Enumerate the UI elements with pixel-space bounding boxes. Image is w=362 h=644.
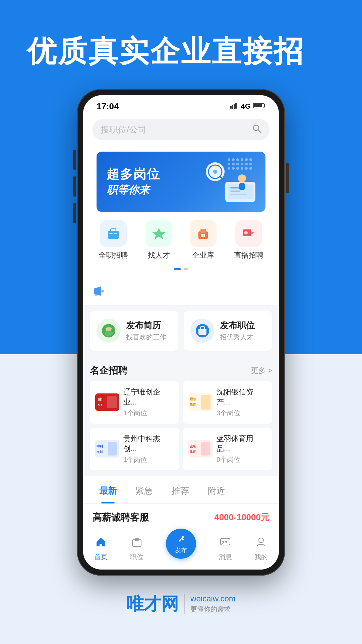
job-preview-card[interactable]: 高薪诚聘客服 4000-10000元: [83, 504, 279, 531]
svg-point-15: [238, 174, 246, 182]
job-title-row: 高薪诚聘客服 4000-10000元: [93, 511, 269, 524]
company-jobs-1: 3个岗位: [217, 409, 267, 418]
company-icon: [190, 220, 217, 247]
publish-fab[interactable]: 发布: [166, 529, 196, 559]
svg-rect-6: [254, 104, 262, 107]
svg-rect-64: [222, 541, 224, 543]
svg-point-62: [182, 536, 184, 538]
company-info-1: 沈阳银信资产... 3个岗位: [217, 387, 267, 418]
svg-point-66: [259, 538, 263, 543]
footer: 唯才网 weicaiw.com 更懂你的需求: [0, 576, 362, 636]
company-logo-2: 中科杰创: [95, 440, 119, 458]
svg-text:联营: 联营: [189, 403, 196, 406]
nav-jobs-label: 职位: [130, 552, 143, 561]
company-name-1: 沈阳银信资产...: [217, 387, 267, 407]
messages-icon: [220, 536, 231, 550]
banner-subtitle: 职等你来: [107, 183, 160, 198]
svg-point-37: [106, 328, 108, 330]
phone-mockup: 17:04 4G 搜职位/公司: [0, 89, 362, 576]
job-subtitle: 招优秀人才: [220, 333, 255, 342]
publish-icon: [176, 534, 186, 546]
svg-rect-26: [201, 234, 203, 237]
job-salary: 4000-10000元: [214, 512, 269, 523]
job-name: 高薪诚聘客服: [93, 511, 149, 524]
publish-resume-card[interactable]: 发布简历 找喜欢的工作: [90, 311, 178, 351]
hero-section: 优质真实企业直接招: [0, 0, 362, 89]
nav-messages[interactable]: 消息: [219, 536, 232, 561]
resume-icon: [97, 319, 121, 343]
nav-jobs[interactable]: 职位: [130, 536, 143, 561]
banner: 超多岗位 职等你来: [97, 152, 265, 212]
tab-recommended[interactable]: 推荐: [162, 478, 198, 503]
status-bar: 17:04 4G: [83, 95, 279, 115]
svg-line-8: [258, 130, 261, 132]
svg-rect-25: [200, 229, 206, 233]
icon-item-company[interactable]: 企业库: [190, 220, 217, 260]
search-input-box[interactable]: 搜职位/公司: [93, 119, 269, 140]
company-card-0[interactable]: 唯5.1 辽宁唯创企业... 1个岗位: [90, 381, 179, 424]
tab-latest[interactable]: 最新: [90, 478, 126, 503]
publish-job-card[interactable]: 发布职位 招优秀人才: [184, 311, 272, 351]
tabs-bar: 最新 紧急 推荐 附近: [83, 478, 279, 504]
fulltime-label: 全职招聘: [99, 250, 128, 260]
more-link[interactable]: 更多 >: [251, 366, 272, 376]
icon-item-live[interactable]: 直播招聘: [234, 220, 263, 260]
nav-home-label: 首页: [94, 552, 108, 561]
company-jobs-3: 0个岗位: [217, 455, 267, 464]
icon-item-talent[interactable]: 找人才: [145, 220, 172, 260]
company-label: 企业库: [192, 250, 214, 260]
hero-title: 优质真实企业直接招: [27, 34, 335, 69]
icon-grid: 全职招聘 找人才 企业库: [83, 212, 279, 266]
svg-rect-17: [230, 187, 244, 189]
icon-item-fulltime[interactable]: 全职招聘: [99, 220, 128, 260]
resume-title: 发布简历: [126, 320, 166, 331]
svg-point-38: [110, 328, 112, 330]
live-icon: [235, 220, 262, 247]
svg-text:唯: 唯: [98, 397, 102, 401]
talent-label: 找人才: [148, 250, 170, 260]
company-card-2[interactable]: 中科杰创 贵州中科杰创... 1个岗位: [90, 428, 179, 470]
company-card-3[interactable]: 蓝羽体育 蓝羽体育用品... 0个岗位: [183, 428, 272, 470]
svg-rect-27: [203, 234, 205, 237]
phone-frame: 17:04 4G 搜职位/公司: [77, 89, 285, 576]
svg-rect-65: [225, 541, 227, 543]
famous-companies-section: 名企招聘 更多 > 唯5.1 辽宁唯创企业... 1个岗位: [83, 356, 279, 476]
company-card-1[interactable]: 银信联营 沈阳银信资产... 3个岗位: [183, 381, 272, 424]
talent-icon: [145, 220, 172, 247]
company-grid: 唯5.1 辽宁唯创企业... 1个岗位 银信联营 沈阳银信资产...: [90, 381, 272, 470]
company-jobs-0: 1个岗位: [123, 409, 174, 418]
svg-text:杰创: 杰创: [97, 450, 103, 453]
svg-text:5.1: 5.1: [98, 404, 102, 407]
company-name-0: 辽宁唯创企业...: [123, 387, 174, 407]
nav-publish[interactable]: 发布: [166, 539, 196, 559]
tab-urgent[interactable]: 紧急: [126, 478, 162, 503]
page-dot-1: [174, 268, 181, 270]
network-label: 4G: [241, 102, 251, 111]
status-time: 17:04: [97, 101, 119, 112]
nav-mine[interactable]: 我的: [254, 536, 268, 561]
pagination-dots: [83, 266, 279, 276]
logo-url: weicaiw.com: [190, 594, 236, 603]
nav-home[interactable]: 首页: [94, 536, 108, 561]
announcement-icon: [93, 285, 105, 300]
resume-info: 发布简历 找喜欢的工作: [126, 320, 166, 342]
banner-illustration: [192, 155, 259, 210]
svg-rect-22: [109, 233, 113, 234]
banner-text: 超多岗位 职等你来: [107, 166, 160, 198]
svg-rect-33: [95, 294, 97, 296]
svg-rect-57: [201, 442, 210, 455]
signal-icon: [230, 102, 238, 111]
job-info: 发布职位 招优秀人才: [220, 320, 255, 342]
tab-nearby[interactable]: 附近: [198, 478, 235, 503]
banner-title: 超多岗位: [107, 166, 160, 183]
svg-rect-45: [107, 396, 117, 408]
page-dot-2: [184, 268, 188, 270]
jobs-icon: [131, 536, 142, 550]
logo-tagline: weicaiw.com 更懂你的需求: [190, 594, 236, 614]
svg-rect-16: [239, 183, 245, 190]
resume-subtitle: 找喜欢的工作: [126, 333, 166, 342]
svg-marker-29: [251, 231, 255, 234]
svg-point-12: [213, 170, 217, 174]
search-icon: [252, 124, 261, 136]
company-name-3: 蓝羽体育用品...: [217, 434, 267, 454]
